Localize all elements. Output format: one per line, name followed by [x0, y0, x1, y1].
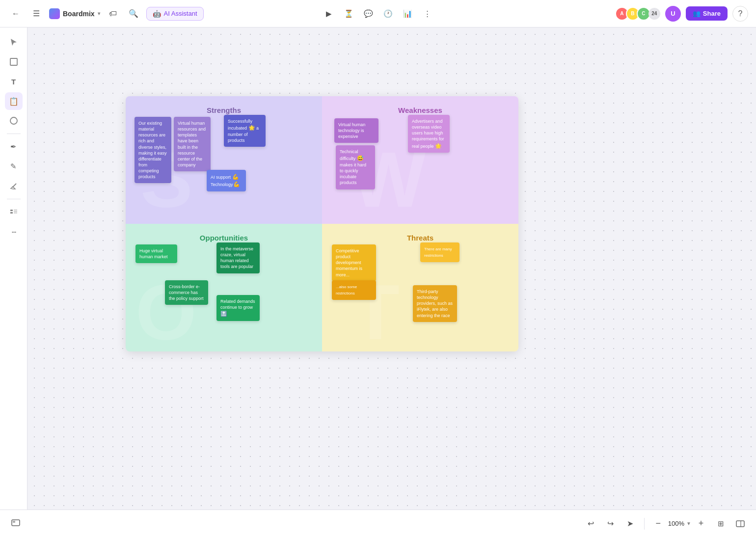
brand-name: Boardmix: [63, 10, 95, 18]
avatar-count: 24: [648, 8, 660, 20]
svg-rect-10: [736, 521, 744, 527]
share-label: Share: [703, 10, 721, 17]
zoom-control: − 100% ▼ +: [650, 516, 709, 532]
weaknesses-title: Weaknesses: [332, 106, 509, 114]
toolbar-center: ▶ ⏳ 💬 🕐 📊 ⋮: [321, 6, 435, 22]
zoom-out-button[interactable]: −: [650, 516, 666, 532]
share-icon: 👥: [693, 10, 701, 17]
opportunities-title: Opportunities: [135, 234, 312, 242]
comment-button[interactable]: 💬: [360, 6, 376, 22]
sticky-text: Competitive product development momentum…: [336, 248, 362, 277]
bottom-toolbar: ↩ ↪ ➤ − 100% ▼ + ⊞: [0, 510, 756, 537]
weaknesses-quadrant: Weaknesses W Virtual human technology is…: [322, 96, 518, 224]
sticky-opportunities-4[interactable]: Related demands continue to grow 🔝: [216, 295, 260, 321]
sticky-opportunities-3[interactable]: In the metaverse craze, virtual human re…: [216, 242, 260, 273]
sidebar-divider-2: [7, 199, 21, 199]
minimap-button[interactable]: [8, 516, 24, 532]
sticky-text: Related demands continue to grow 🔝: [220, 299, 255, 317]
sticky-threats-4[interactable]: Third-party technology providers, such a…: [413, 285, 457, 322]
bottom-left: [8, 516, 24, 532]
sidebar-tool-cursor[interactable]: [5, 33, 23, 51]
play-button[interactable]: ▶: [321, 6, 337, 22]
svg-rect-0: [10, 58, 17, 65]
chart-button[interactable]: 📊: [400, 6, 415, 22]
fit-screen-button[interactable]: ⊞: [713, 516, 729, 532]
svg-rect-7: [14, 213, 17, 214]
sticky-text: Cross-border e-commerce has the policy s…: [169, 284, 204, 301]
sticky-threats-3[interactable]: There are many restrictions: [420, 242, 459, 262]
search-button[interactable]: 🔍: [126, 6, 141, 22]
sticky-threats-1[interactable]: Competitive product development momentum…: [332, 244, 376, 281]
ai-label: AI Assistant: [164, 10, 197, 17]
brand-logo[interactable]: Boardmix ▾: [49, 8, 100, 19]
back-button[interactable]: ←: [8, 6, 24, 22]
sticky-weaknesses-3[interactable]: Advertisers and overseas video users hav…: [408, 115, 450, 153]
svg-rect-8: [12, 520, 20, 526]
bottom-right: ↩ ↪ ➤ − 100% ▼ + ⊞: [583, 516, 748, 532]
avatar-group: A B C 24: [615, 7, 660, 21]
help-button[interactable]: ?: [732, 6, 748, 22]
sidebar-tool-pen[interactable]: ✒: [5, 138, 23, 156]
sticky-strengths-4[interactable]: AI support 💪 Technology💪: [207, 170, 246, 191]
sidebar-tool-pencil[interactable]: ✎: [5, 158, 23, 175]
threats-title: Threats: [332, 234, 509, 242]
canvas-area[interactable]: Strengths S Our existing material resour…: [27, 27, 756, 510]
left-sidebar: T 📋 ✒ ✎ ···: [0, 27, 27, 510]
label-button[interactable]: 🏷: [105, 6, 121, 22]
threats-quadrant: Threats T Competitive product developmen…: [322, 224, 518, 351]
more-tools-button[interactable]: ⋮: [419, 6, 435, 22]
toolbar-separator: [644, 518, 645, 530]
current-user-avatar[interactable]: U: [665, 6, 681, 22]
sidebar-tool-text[interactable]: T: [5, 73, 23, 90]
sticky-strengths-2[interactable]: Virtual human resources and templates ha…: [174, 117, 211, 171]
sidebar-tool-eraser[interactable]: [5, 177, 23, 195]
timer-button[interactable]: ⏳: [341, 6, 356, 22]
svg-rect-3: [10, 210, 13, 211]
svg-line-2: [12, 184, 16, 188]
sidebar-tool-shape[interactable]: [5, 112, 23, 130]
sticky-text: Our existing material resources are rich…: [138, 121, 167, 179]
svg-point-1: [10, 117, 17, 124]
sticky-text: Technical difficulty 😅 makes it hard to …: [340, 149, 366, 185]
share-button[interactable]: 👥 Share: [686, 6, 728, 21]
ai-icon: 🤖: [153, 10, 161, 18]
top-toolbar: ← ☰ Boardmix ▾ 🏷 🔍 🤖 AI Assistant ▶ ⏳ 💬 …: [0, 0, 756, 27]
cursor-mode-button[interactable]: ➤: [622, 516, 638, 532]
sticky-text: Successfully incubated 🌟 a number of pro…: [228, 119, 259, 143]
ai-assistant-button[interactable]: 🤖 AI Assistant: [146, 7, 204, 21]
sticky-weaknesses-2[interactable]: Technical difficulty 😅 makes it hard to …: [336, 145, 375, 189]
sidebar-divider: [7, 134, 21, 134]
sticky-text: Virtual human resources and templates ha…: [178, 121, 206, 167]
toolbar-left: ← ☰ Boardmix ▾ 🏷 🔍 🤖 AI Assistant: [8, 6, 315, 22]
sticky-weaknesses-1[interactable]: Virtual human technology is expensive: [334, 118, 378, 143]
zoom-level: 100%: [668, 520, 684, 527]
boardmix-logo-icon: [49, 8, 60, 19]
zoom-chevron: ▼: [686, 521, 691, 526]
opportunities-quadrant: Opportunities O Huge virtual human marke…: [126, 224, 322, 351]
sticky-text: In the metaverse craze, virtual human re…: [220, 246, 253, 269]
sticky-text: Advertisers and overseas video users hav…: [412, 119, 444, 149]
strengths-quadrant: Strengths S Our existing material resour…: [126, 96, 322, 224]
svg-rect-4: [10, 212, 13, 214]
sticky-strengths-1[interactable]: Our existing material resources are rich…: [135, 117, 171, 183]
sidebar-tool-more[interactable]: ···: [5, 223, 23, 241]
sidebar-tool-sticky[interactable]: 📋: [5, 92, 23, 110]
history-button[interactable]: 🕐: [380, 6, 396, 22]
sticky-threats-2[interactable]: ...also some restrictions: [332, 280, 376, 300]
zoom-in-button[interactable]: +: [693, 516, 709, 532]
svg-rect-6: [14, 211, 17, 212]
sticky-text: AI support 💪 Technology💪: [211, 175, 240, 187]
sidebar-tool-list[interactable]: [5, 203, 23, 221]
undo-button[interactable]: ↩: [583, 516, 599, 532]
sticky-text: Huge virtual human market: [139, 248, 168, 259]
swot-board: Strengths S Our existing material resour…: [126, 96, 518, 351]
sidebar-tool-frame[interactable]: [5, 53, 23, 71]
sticky-opportunities-1[interactable]: Huge virtual human market: [135, 244, 177, 263]
menu-button[interactable]: ☰: [28, 6, 44, 22]
panel-toggle-button[interactable]: [732, 516, 748, 532]
svg-rect-9: [13, 521, 15, 523]
strengths-title: Strengths: [135, 106, 312, 114]
sticky-strengths-3[interactable]: Successfully incubated 🌟 a number of pro…: [224, 115, 266, 147]
redo-button[interactable]: ↪: [603, 516, 619, 532]
sticky-opportunities-2[interactable]: Cross-border e-commerce has the policy s…: [165, 280, 208, 305]
